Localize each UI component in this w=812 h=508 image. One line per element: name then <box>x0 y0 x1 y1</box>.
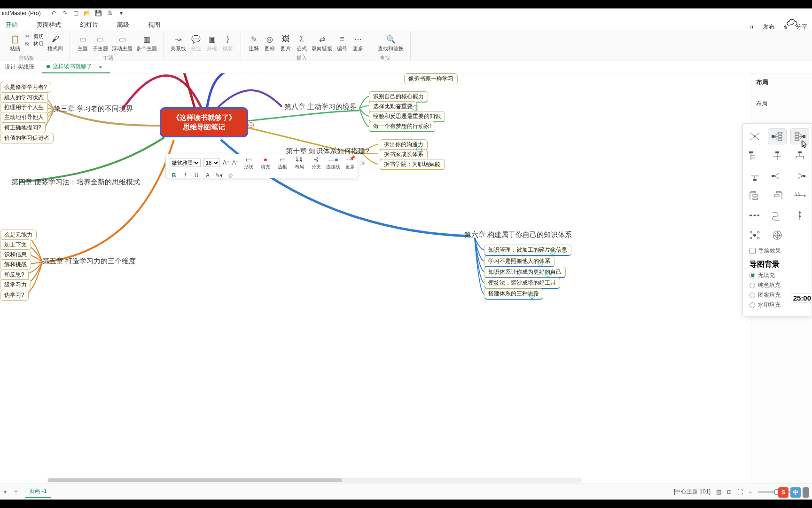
clear-format-button[interactable]: ◇ <box>226 171 234 180</box>
branch-ch3[interactable]: 第三章 学习者的不同境界 <box>54 104 133 113</box>
share-link-icon[interactable]: ⋔ <box>783 24 788 31</box>
leaf[interactable]: 和反思? <box>0 270 29 280</box>
increase-font-icon[interactable]: A⁺ <box>223 159 229 167</box>
branch-ch4[interactable]: 第四章 便签学习法：培养全新的思维模式 <box>11 178 140 187</box>
leaf[interactable]: 知识体系让你成为更好的自己 <box>484 267 566 278</box>
leaf[interactable]: 便签法：聚沙成塔的好工具 <box>484 278 560 289</box>
layout-option-timeline-h[interactable] <box>745 207 764 223</box>
layout-option-radial[interactable] <box>745 128 764 144</box>
leaf[interactable]: 何正确地提问? <box>0 122 46 133</box>
shape-button[interactable]: ▭形状 <box>242 155 256 170</box>
layout-option-tree-both[interactable] <box>768 148 787 164</box>
layout-option-org-down[interactable] <box>790 148 809 164</box>
fullscreen-icon[interactable]: ⛶ <box>737 489 743 495</box>
find-replace-button[interactable]: 🔍查找和替换 <box>376 33 406 53</box>
expand-toggle[interactable]: + <box>416 146 422 152</box>
open-icon[interactable]: 📂 <box>84 10 91 16</box>
comment-button[interactable]: ✎注释 <box>246 33 262 53</box>
font-family-select[interactable]: 微软雅黑 <box>170 159 201 167</box>
leaf[interactable]: 知识管理：被加工的碎片化信息 <box>484 245 571 256</box>
leaf[interactable]: 解和挑战 <box>0 259 31 270</box>
layout-option-indent-right[interactable] <box>745 188 764 204</box>
leaf[interactable]: 主动地引导他人 <box>0 112 48 123</box>
leaf[interactable]: 伪学习? <box>0 290 29 301</box>
more-qat-icon[interactable]: ▾ <box>118 10 125 16</box>
subtopic-button[interactable]: ▭子主题 <box>91 33 110 53</box>
ime-lang-icon[interactable]: 中 <box>790 487 801 498</box>
branch-ch6[interactable]: 第六章 构建属于你自己的知识体系 <box>464 230 572 239</box>
ime-sogou-icon[interactable]: S <box>778 487 789 498</box>
tab-view[interactable]: 视图 <box>145 19 163 31</box>
new-icon[interactable]: ▢ <box>73 10 79 16</box>
italic-button[interactable]: I <box>181 171 189 180</box>
print-icon[interactable]: 🖶 <box>107 10 113 16</box>
expand-toggle[interactable]: + <box>529 293 535 299</box>
layout-option-timeline-v[interactable] <box>790 207 809 223</box>
layout-option-right-map[interactable] <box>768 128 787 144</box>
leaf[interactable]: 价值的学习促进者 <box>0 133 54 143</box>
layout-option-indent-left[interactable] <box>768 188 787 204</box>
share-send-icon[interactable]: ✈ <box>750 24 755 31</box>
format-painter-button[interactable]: 🖌格式刷 <box>46 33 65 53</box>
layout-option-logic-left[interactable] <box>790 168 809 184</box>
highlight-button[interactable]: ✎▾ <box>215 171 223 180</box>
relationship-button[interactable]: ↝关系线 <box>169 33 188 53</box>
share-button[interactable]: 分享 <box>796 23 807 31</box>
expand-toggle[interactable]: + <box>413 105 418 111</box>
outline-view-icon[interactable]: ▥ <box>716 489 721 495</box>
leaf[interactable]: 学习不是照搬他人的体系 <box>484 256 554 267</box>
decrease-font-icon[interactable]: A⁻ <box>232 159 239 167</box>
underline-button[interactable]: U <box>192 171 201 180</box>
layout-option-tree-right[interactable] <box>745 148 764 164</box>
ime-more-icon[interactable] <box>803 487 809 498</box>
publish-button[interactable]: 发布 <box>763 23 774 31</box>
save-icon[interactable]: 💾 <box>95 10 102 16</box>
pages-dropdown-icon[interactable]: ▾ <box>4 489 7 495</box>
tab-advanced[interactable]: 高级 <box>114 19 132 31</box>
expand-toggle[interactable]: + <box>538 261 543 266</box>
leaf[interactable]: 推理用于个人生 <box>0 102 48 113</box>
bg-none-radio[interactable]: 无填充 <box>750 271 808 279</box>
multi-topic-button[interactable]: ▥多个主题 <box>134 33 159 53</box>
floating-topic-button[interactable]: ▭浮动主题 <box>110 33 134 53</box>
doc-tab-2[interactable]: 这样读书就够了● <box>42 61 109 73</box>
mindmap-canvas[interactable]: 《这样读书就够了》 思维导图笔记 – 第三章 学习者的不同境界 第四章 便签学习… <box>0 73 587 484</box>
paste-button[interactable]: 📋粘贴 <box>5 33 25 53</box>
connector-button[interactable]: ―●连接线 <box>326 155 340 170</box>
font-color-button[interactable]: A <box>203 171 212 180</box>
leaf[interactable]: 识和信息 <box>0 249 31 260</box>
doc-tab-1[interactable]: 设计·实战班 <box>0 61 42 73</box>
collapse-toolbar-icon[interactable]: ⇲ <box>360 159 365 167</box>
layout-option-radar[interactable] <box>768 227 787 243</box>
leaf[interactable]: 么是元能力 <box>0 230 37 240</box>
scrollbar-thumb[interactable] <box>48 478 342 482</box>
branch-top-right[interactable]: 像拆书家一样学习 <box>404 73 458 84</box>
branch-ch5[interactable]: 第五章 打造学习力的三个维度 <box>42 257 136 266</box>
bg-solid-radio[interactable]: 纯色填充 <box>750 281 808 289</box>
layout-option-org-up[interactable] <box>745 168 764 184</box>
central-topic[interactable]: 《这样读书就够了》 思维导图笔记 <box>160 107 248 137</box>
fit-page-icon[interactable]: ⊡ <box>727 489 732 495</box>
layout-option-bubble[interactable] <box>745 227 764 243</box>
leaf[interactable]: 拆书学院：为职场赋能 <box>380 159 445 170</box>
layout-option-fishbone[interactable] <box>790 188 809 204</box>
branch-ch8[interactable]: 第八章 主动学习的境界 <box>284 103 357 111</box>
undo-icon[interactable]: ↶ <box>50 10 57 16</box>
expand-toggle[interactable]: + <box>545 271 551 277</box>
layout-option-logic-right[interactable] <box>768 168 787 184</box>
leaf[interactable]: 级学习力 <box>0 279 31 290</box>
copy-button[interactable]: ⎘拷贝 <box>25 40 44 48</box>
add-page-button[interactable]: ＋ <box>11 487 21 497</box>
expand-toggle[interactable]: + <box>550 249 555 255</box>
image-button[interactable]: 🖼图片 <box>278 33 294 53</box>
layout-option-timeline-s[interactable] <box>768 207 787 223</box>
leaf[interactable]: 做一个有梦想的行动家! <box>369 121 435 132</box>
branch-button[interactable]: ⊰分支 <box>309 155 323 170</box>
tab-start[interactable]: 开始 <box>3 19 21 31</box>
collapse-toggle[interactable]: – <box>248 122 254 128</box>
leaf[interactable]: 加上下文 <box>0 239 31 250</box>
leaf[interactable]: 跪人的学习状态 <box>0 92 48 103</box>
tab-slides[interactable]: 幻灯片 <box>77 19 101 31</box>
hyperlink-button[interactable]: ⇄双向链接 <box>310 33 334 53</box>
hand-drawn-checkbox[interactable]: 手绘效果 <box>750 247 808 255</box>
